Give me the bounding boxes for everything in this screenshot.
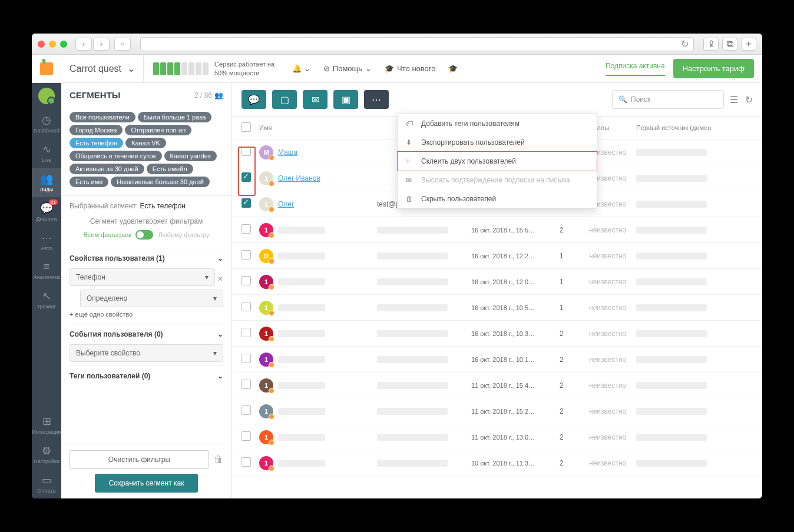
table-row[interactable]: 1 11 окт. 2018 г., 15:2… 2 неизвестно — [232, 398, 762, 424]
add-property-link[interactable]: + ещё одно свойство — [70, 311, 223, 318]
user-name-link[interactable]: Олег — [278, 200, 294, 208]
row-checkbox[interactable] — [241, 405, 251, 415]
table-row[interactable]: D 16 окт. 2018 г., 12:2… 1 неизвестно — [232, 243, 762, 269]
segment-tag[interactable]: Канал yandex — [164, 151, 217, 161]
reload-icon[interactable]: ↻ — [681, 38, 689, 49]
refresh-icon[interactable]: ↻ — [745, 94, 753, 105]
row-checkbox[interactable] — [241, 302, 251, 311]
search-input[interactable]: 🔍Поиск — [612, 90, 724, 109]
nav-leads[interactable]: 👥Лиды — [32, 168, 61, 197]
event-select[interactable]: Выберите свойство▾ — [70, 344, 223, 362]
forward-button[interactable]: › — [93, 38, 110, 51]
whatsnew-menu[interactable]: 🎓 Что нового — [385, 64, 435, 73]
action-email-button[interactable]: ✉ — [303, 90, 327, 109]
segment-tag[interactable]: Есть имя — [70, 177, 108, 187]
nav-auto[interactable]: ⋯Авто — [32, 227, 61, 256]
segment-tag[interactable]: Общались в течение суток — [70, 151, 162, 161]
prop-select-phone[interactable]: Телефон▾ — [70, 268, 215, 286]
table-row[interactable]: 1 11 окт. 2018 г., 15:4… 2 неизвестно — [232, 373, 762, 398]
row-checkbox[interactable] — [241, 250, 251, 260]
nav-payment[interactable]: ▭Оплата — [32, 469, 61, 498]
more-actions-button[interactable]: ⋯ — [364, 90, 389, 109]
row-checkbox[interactable] — [241, 328, 251, 337]
user-name-link[interactable]: Олег Иванов — [278, 174, 320, 182]
col-name[interactable]: Имя — [259, 124, 377, 131]
col-source[interactable]: Первый источник (домен — [636, 124, 753, 131]
blurred-name — [278, 356, 325, 363]
segment-tag[interactable]: Есть телефон — [70, 138, 123, 148]
segment-tag[interactable]: Есть емейл — [147, 164, 193, 174]
trash-icon[interactable]: 🗑 — [214, 454, 223, 465]
segment-tag[interactable]: Были больше 1 раза — [138, 112, 212, 122]
row-checkbox[interactable] — [241, 457, 251, 467]
row-checkbox[interactable] — [241, 172, 251, 182]
user-props-header[interactable]: Свойства пользователя (1)⌄ — [70, 248, 223, 268]
sidebar-toggle[interactable]: ▫ — [114, 38, 131, 51]
bell-icon[interactable]: 🔔 ⌄ — [292, 64, 310, 73]
row-checkbox[interactable] — [241, 276, 251, 285]
row-checkbox[interactable] — [241, 198, 251, 208]
blurred-email — [377, 460, 448, 467]
nav-settings[interactable]: ⚙Настройки — [32, 440, 61, 469]
help-menu[interactable]: ⊘ Помощь ⌄ — [323, 64, 372, 73]
grad-icon[interactable]: 🎓 — [448, 64, 458, 73]
events-header[interactable]: События пользователя (0)⌄ — [70, 324, 223, 344]
close-dot[interactable] — [38, 41, 45, 48]
segment-tag[interactable]: Канал VK — [125, 138, 166, 148]
share-icon[interactable]: ⇪ — [703, 38, 719, 51]
segment-tag[interactable]: Неактивные больше 30 дней — [111, 177, 210, 187]
table-row[interactable]: 1 16 окт. 2018 г., 10:3… 2 неизвестно — [232, 321, 762, 347]
dd-merge[interactable]: ⑂Склеить двух пользователей — [397, 151, 597, 171]
row-checkbox[interactable] — [241, 354, 251, 363]
nav-dashboard[interactable]: ◷Dashboard — [32, 109, 61, 138]
remove-prop-icon[interactable]: ✕ — [217, 275, 223, 283]
action-block-button[interactable]: ▣ — [333, 90, 358, 109]
prop-condition-select[interactable]: Определено▾ — [80, 290, 223, 307]
url-bar[interactable]: ↻ — [140, 37, 694, 51]
nav-dialogs[interactable]: 21💬Диалоги — [32, 197, 61, 227]
nav-tracking[interactable]: ↖Трекинг — [32, 285, 61, 314]
nav-integrations[interactable]: ⊞Интеграции — [32, 410, 61, 440]
email-cell — [377, 278, 471, 285]
row-checkbox[interactable] — [241, 224, 251, 234]
filter-any-label[interactable]: Любому фильтру — [158, 231, 209, 238]
tariff-button[interactable]: Настроить тариф — [673, 59, 754, 78]
dd-hide[interactable]: 🗑Скрыть пользователей — [398, 189, 597, 208]
nav-live[interactable]: ∿Live — [32, 138, 61, 168]
save-segment-button[interactable]: Сохранить сегмент как — [95, 474, 198, 493]
clear-filters-button[interactable]: Очистить фильтры — [70, 450, 209, 469]
table-row[interactable]: 1 11 окт. 2018 г., 13:0… 2 неизвестно — [232, 424, 762, 450]
filter-all-label[interactable]: Всем фильтрам — [83, 231, 131, 238]
nav-analytics[interactable]: ≡Аналитика — [32, 256, 61, 285]
logo-cell[interactable] — [32, 55, 61, 83]
user-name-link[interactable]: Маша — [278, 148, 297, 157]
segment-tag[interactable]: Город Москва — [70, 125, 123, 135]
action-chat-button[interactable]: 💬 — [241, 90, 266, 109]
app-selector[interactable]: Carrot quest ⌄ — [61, 55, 144, 82]
back-button[interactable]: ‹ — [75, 38, 92, 51]
table-row[interactable]: 1 16 окт. 2018 г., 12:0… 1 неизвестно — [232, 269, 762, 295]
table-row[interactable]: 1 16 окт. 2018 г., 10:5… 1 неизвестно — [232, 295, 762, 321]
user-avatar[interactable] — [38, 88, 55, 104]
action-popup-button[interactable]: ▢ — [272, 90, 297, 109]
dd-add-tags[interactable]: 🏷Добавить теги пользователям — [398, 114, 597, 133]
dd-export[interactable]: ⬇Экспортировать пользователей — [398, 133, 597, 152]
filter-icon[interactable]: ☰ — [730, 94, 738, 105]
card-icon: ▭ — [32, 474, 61, 487]
table-row[interactable]: 1 16 окт. 2018 г., 10:1… 2 неизвестно — [232, 347, 762, 373]
user-avatar: 1 — [259, 353, 273, 367]
new-tab-icon[interactable]: + — [741, 38, 756, 51]
tags-header[interactable]: Теги пользователей (0)⌄ — [70, 365, 223, 386]
segment-tag[interactable]: Отправлен поп-ап — [125, 125, 191, 135]
table-row[interactable]: 1 16 окт. 2018 г., 15:5… 2 неизвестно — [232, 217, 762, 243]
segment-tag[interactable]: Все пользователи — [70, 112, 135, 122]
maximize-dot[interactable] — [60, 41, 67, 48]
select-all-checkbox[interactable] — [241, 122, 251, 132]
tabs-icon[interactable]: ⧉ — [722, 38, 737, 51]
minimize-dot[interactable] — [49, 41, 56, 48]
filter-toggle[interactable] — [135, 230, 153, 240]
segment-tag[interactable]: Активные за 30 дней — [70, 164, 144, 174]
row-checkbox[interactable] — [241, 431, 251, 441]
row-checkbox[interactable] — [241, 380, 251, 389]
table-row[interactable]: 1 10 окт. 2018 г., 11:3… 2 неизвестно — [232, 450, 762, 476]
